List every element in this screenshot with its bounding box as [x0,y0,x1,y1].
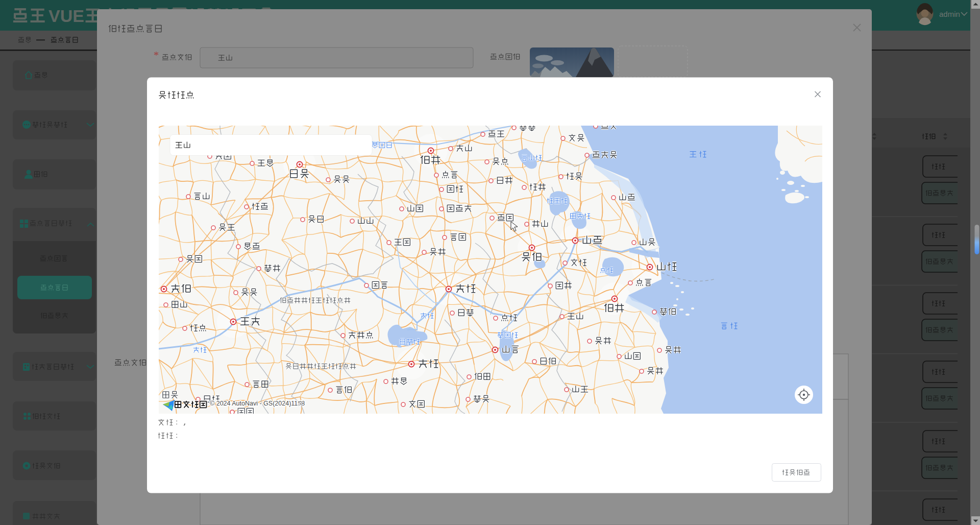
svg-text:© 2024 AutoNavi - GS(2024)1158: © 2024 AutoNavi - GS(2024)1158 [210,400,305,407]
svg-text:admin: admin [939,10,960,18]
svg-text:VUE: VUE [48,6,84,26]
